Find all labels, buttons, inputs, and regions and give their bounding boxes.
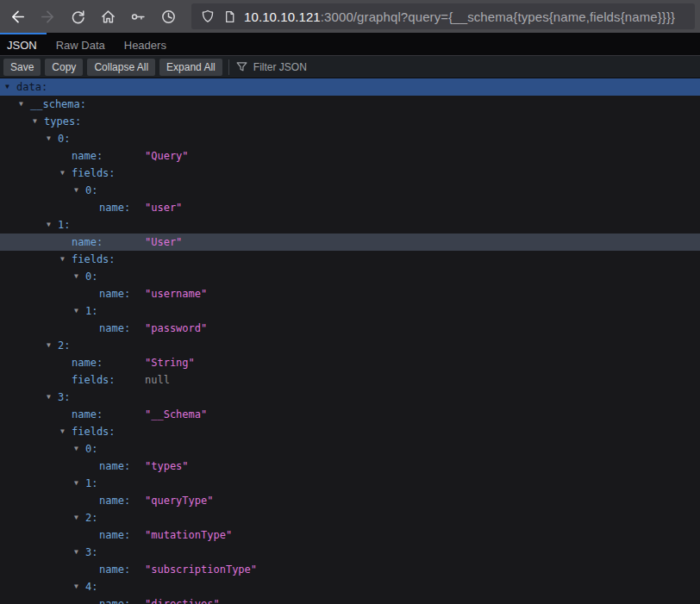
json-key: 0: (85, 443, 97, 455)
expand-arrow-icon[interactable]: ▼ (47, 389, 58, 406)
expand-arrow-icon[interactable]: ▼ (60, 251, 72, 268)
json-value: null (145, 371, 170, 389)
json-row-types[interactable]: ▼types: (0, 113, 700, 130)
json-row-2[interactable]: ▼2: (0, 337, 700, 354)
tab-headers[interactable]: Headers (115, 33, 176, 55)
json-value: "queryType" (145, 492, 213, 509)
json-row-name[interactable]: ▼name:"queryType" (0, 492, 700, 509)
filter-box (235, 60, 374, 73)
shield-icon[interactable] (200, 9, 216, 24)
copy-button[interactable]: Copy (45, 59, 83, 76)
tab-raw-data[interactable]: Raw Data (47, 33, 115, 55)
json-key: name: (72, 357, 103, 369)
json-row-0[interactable]: ▼0: (0, 268, 700, 285)
json-row-name[interactable]: ▼name:"mutationType" (0, 526, 700, 544)
json-key: 2: (58, 339, 70, 352)
json-row-name[interactable]: ▼name:"password" (0, 320, 700, 337)
expand-all-button[interactable]: Expand All (159, 59, 222, 76)
expand-arrow-icon[interactable]: ▼ (60, 423, 72, 440)
expand-arrow-icon[interactable]: ▼ (47, 337, 58, 354)
json-row-name[interactable]: ▼name:"username" (0, 285, 700, 302)
expand-arrow-icon[interactable]: ▼ (74, 302, 85, 320)
expand-arrow-icon[interactable]: ▼ (19, 96, 30, 113)
json-key: 0: (85, 271, 97, 283)
url-bar[interactable]: 10.10.10.121:3000/graphql?query={__schem… (191, 3, 695, 29)
save-button[interactable]: Save (3, 59, 41, 76)
json-row-0[interactable]: ▼0: (0, 182, 700, 199)
expand-arrow-icon[interactable]: ▼ (47, 130, 58, 147)
json-row-data[interactable]: ▼data: (0, 78, 700, 96)
url-path: :3000/graphql?query={__schema{types{name… (321, 9, 675, 24)
collapse-all-button[interactable]: Collapse All (87, 59, 155, 76)
json-row-1[interactable]: ▼1: (0, 216, 700, 234)
json-key: 1: (58, 219, 70, 231)
json-value: "username" (145, 285, 207, 302)
logins-button[interactable] (124, 3, 152, 29)
json-key: 1: (85, 477, 97, 489)
json-value: "Query" (145, 147, 189, 165)
forward-icon (40, 9, 56, 25)
json-row-fields[interactable]: ▼fields: (0, 165, 700, 182)
back-button[interactable] (3, 3, 31, 29)
expand-arrow-icon[interactable]: ▼ (74, 509, 85, 526)
json-key: name: (99, 495, 130, 507)
json-value: "mutationType" (145, 526, 232, 544)
expand-arrow-icon[interactable]: ▼ (74, 475, 85, 492)
expand-arrow-icon[interactable]: ▼ (33, 113, 44, 130)
json-value: "password" (145, 320, 207, 337)
json-row-name[interactable]: ▼name:"types" (0, 458, 700, 475)
expand-arrow-icon[interactable]: ▼ (74, 544, 85, 561)
json-value: "String" (145, 354, 195, 371)
json-row-1[interactable]: ▼1: (0, 302, 700, 320)
json-row-fields[interactable]: ▼fields: (0, 251, 700, 268)
json-row-1[interactable]: ▼1: (0, 475, 700, 492)
json-key: fields: (72, 374, 116, 386)
tab-json[interactable]: JSON (0, 33, 47, 55)
expand-arrow-icon[interactable]: ▼ (74, 440, 85, 458)
filter-json-input[interactable] (253, 61, 374, 73)
page-icon[interactable] (222, 9, 237, 24)
json-key: 4: (85, 581, 97, 593)
forward-button[interactable] (34, 3, 61, 29)
json-row-name[interactable]: ▼name:"User" (0, 234, 700, 251)
json-row-2[interactable]: ▼2: (0, 509, 700, 526)
json-key: name: (99, 288, 130, 300)
expand-arrow-icon[interactable]: ▼ (74, 578, 85, 595)
json-row-__schema[interactable]: ▼__schema: (0, 96, 700, 113)
history-button[interactable] (154, 3, 182, 29)
json-row-fields[interactable]: ▼fields:null (0, 371, 700, 389)
json-value: "directives" (145, 595, 220, 604)
json-key: 0: (58, 133, 70, 145)
expand-arrow-icon[interactable]: ▼ (60, 165, 72, 182)
home-button[interactable] (94, 3, 122, 29)
json-row-name[interactable]: ▼name:"__Schema" (0, 406, 700, 423)
json-row-name[interactable]: ▼name:"user" (0, 199, 700, 216)
key-icon (130, 9, 147, 25)
json-key: name: (72, 150, 103, 162)
viewer-tabs: JSONRaw DataHeaders (0, 33, 700, 56)
json-row-fields[interactable]: ▼fields: (0, 423, 700, 440)
toolbar-separator (228, 59, 229, 75)
json-row-3[interactable]: ▼3: (0, 389, 700, 406)
json-key: 2: (85, 512, 97, 524)
json-key: 1: (85, 305, 97, 317)
expand-arrow-icon[interactable]: ▼ (74, 268, 85, 285)
json-row-name[interactable]: ▼name:"String" (0, 354, 700, 371)
home-icon (100, 9, 116, 25)
json-row-4[interactable]: ▼4: (0, 578, 700, 595)
history-clock-icon (160, 9, 177, 25)
json-row-name[interactable]: ▼name:"Query" (0, 147, 700, 165)
json-row-0[interactable]: ▼0: (0, 440, 700, 458)
reload-button[interactable] (64, 3, 91, 29)
json-row-3[interactable]: ▼3: (0, 544, 700, 561)
json-key: name: (99, 529, 130, 541)
json-key: __schema: (30, 98, 86, 110)
expand-arrow-icon[interactable]: ▼ (74, 182, 85, 199)
json-row-0[interactable]: ▼0: (0, 130, 700, 147)
json-row-name[interactable]: ▼name:"subscriptionType" (0, 561, 700, 578)
json-key: name: (99, 322, 130, 334)
json-key: name: (99, 598, 130, 604)
expand-arrow-icon[interactable]: ▼ (5, 78, 16, 96)
expand-arrow-icon[interactable]: ▼ (47, 216, 58, 234)
json-row-name[interactable]: ▼name:"directives" (0, 595, 700, 604)
